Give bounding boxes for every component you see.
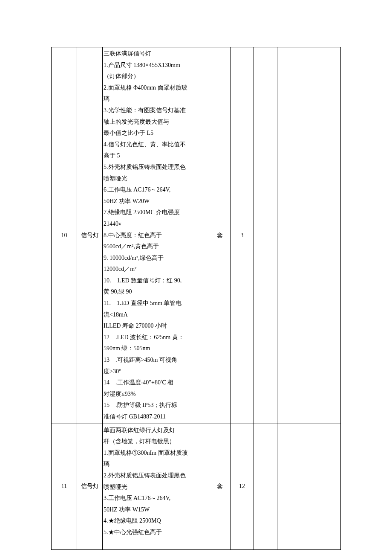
spec-line: 5.外壳材质铝压铸表面处理黑色 bbox=[104, 162, 207, 173]
spec-line: 准信号灯 GB14887-2011 bbox=[104, 411, 207, 423]
spec-line: 9. 10000cd/m²,绿色高于 bbox=[104, 253, 207, 264]
cell-qty: 3 bbox=[231, 47, 254, 424]
spec-line: 6.工作电压 AC176～264V, bbox=[104, 184, 207, 196]
cell-unit: 套 bbox=[209, 47, 231, 424]
spec-line: 黄 90,绿 90 bbox=[104, 286, 207, 298]
cell-name: 信号灯 bbox=[77, 47, 103, 424]
spec-line: （灯体部分） bbox=[104, 71, 207, 82]
cell-spec: 三联体满屏信号灯1.产品尺寸 1380×455X130mm（灯体部分）2.面罩规… bbox=[103, 47, 209, 424]
spec-line: 21440v bbox=[104, 218, 207, 230]
spec-line: 单面两联体红绿行人灯及灯 bbox=[104, 425, 207, 436]
spec-line: 4.信号灯光色红、黄、率比值不 bbox=[104, 139, 207, 151]
table-row: 11 信号灯 单面两联体红绿行人灯及灯杆（含地笼，灯杆电镀黑）1.面罩规格①30… bbox=[52, 424, 341, 549]
spec-line: 三联体满屏信号灯 bbox=[104, 48, 207, 60]
spec-line: 度>30° bbox=[104, 366, 207, 378]
cell-qty: 12 bbox=[231, 424, 254, 549]
spec-line: ILLED 寿命 270000 小时 bbox=[104, 320, 207, 332]
cell-index: 10 bbox=[52, 47, 77, 424]
spec-line: 喷塑哑光 bbox=[104, 482, 207, 493]
cell-blank bbox=[254, 47, 277, 424]
spec-line: 璃 bbox=[104, 93, 207, 105]
spec-line: 流<18mA bbox=[104, 309, 207, 321]
cell-name: 信号灯 bbox=[77, 424, 103, 549]
spec-line: 11. 1.ED 直径中 5mm 单管电 bbox=[104, 298, 207, 309]
spec-line: 高于 5 bbox=[104, 150, 207, 162]
spec-line: 12 .LED 波长红：625nm 黄： bbox=[104, 332, 207, 343]
spec-line: 喷塑哑光 bbox=[104, 173, 207, 185]
spec-line: 12000cd／m² bbox=[104, 264, 207, 275]
spec-line: 15 .防护等级 IP53；执行标 bbox=[104, 400, 207, 411]
spec-line: 9500cd／m²,黄色高于 bbox=[104, 241, 207, 253]
spec-line: 590nm 绿：505nm bbox=[104, 343, 207, 355]
spec-line: 最小值之比小于 L5 bbox=[104, 128, 207, 139]
cell-blank bbox=[277, 47, 341, 424]
cell-blank bbox=[277, 424, 341, 549]
spec-line: 50HZ 功率 W15W bbox=[104, 504, 207, 516]
cell-index: 11 bbox=[52, 424, 77, 549]
spec-line: 3.光学性能：有图案信号灯基准 bbox=[104, 105, 207, 116]
spec-line: 2.面罩规格 Φ400mm 面罩材质玻 bbox=[104, 82, 207, 94]
spec-line: 7.绝缘电阻 2500MC 介电强度 bbox=[104, 207, 207, 218]
spec-line: 50HZ 功率 W20W bbox=[104, 196, 207, 207]
spec-line: 8.中心亮度：红色高于 bbox=[104, 230, 207, 241]
cell-unit: 套 bbox=[209, 424, 231, 549]
spec-line: 2.外壳材质铝压铸表面处理黑色 bbox=[104, 470, 207, 482]
spec-line: 璃 bbox=[104, 459, 207, 470]
cell-blank bbox=[254, 424, 277, 549]
spec-line: 10. 1.ED 数量信号灯：红 90, bbox=[104, 275, 207, 287]
spec-line: 轴上的发光亮度最大值与 bbox=[104, 116, 207, 128]
spec-line: 对湿度≤93% bbox=[104, 389, 207, 400]
spec-line: 14 .工作温度-40″+80℃ 相 bbox=[104, 377, 207, 389]
spec-line: 5.★中心光强红色高于 bbox=[104, 527, 207, 538]
spec-line: 1.面罩规格①300nIm 面罩材质玻 bbox=[104, 447, 207, 459]
cell-spec: 单面两联体红绿行人灯及灯杆（含地笼，灯杆电镀黑）1.面罩规格①300nIm 面罩… bbox=[103, 424, 209, 549]
spec-table: 10 信号灯 三联体满屏信号灯1.产品尺寸 1380×455X130mm（灯体部… bbox=[51, 47, 341, 550]
spec-line: 3.工作电压 AC176～264V, bbox=[104, 493, 207, 504]
spec-line: 4.★绝缘电阻 2500MQ bbox=[104, 515, 207, 527]
table-row: 10 信号灯 三联体满屏信号灯1.产品尺寸 1380×455X130mm（灯体部… bbox=[52, 47, 341, 424]
spec-line: 杆（含地笼，灯杆电镀黑） bbox=[104, 436, 207, 447]
spec-line: 13 .可视距离>450m 可视角 bbox=[104, 355, 207, 366]
spec-line: 1.产品尺寸 1380×455X130mm bbox=[104, 60, 207, 71]
